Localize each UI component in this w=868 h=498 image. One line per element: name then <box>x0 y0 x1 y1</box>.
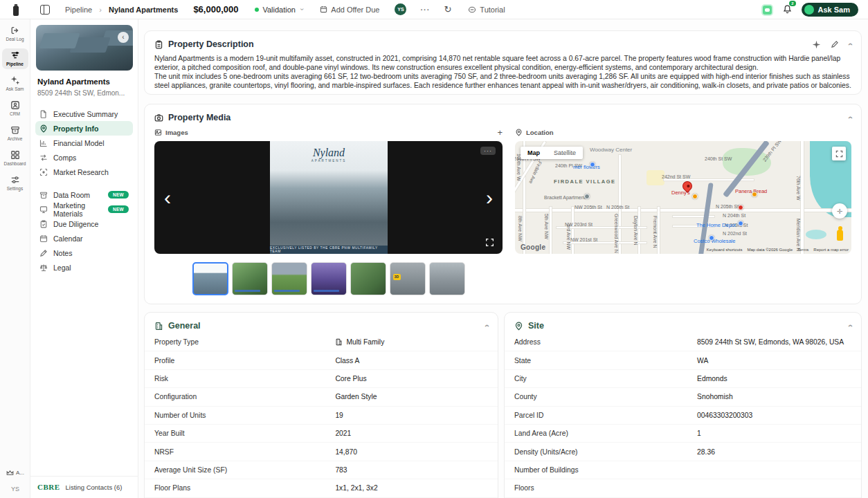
rail-item-settings[interactable]: Settings <box>2 173 28 194</box>
poi-marker[interactable] <box>584 194 590 199</box>
rail-item-ask-sam[interactable]: Ask Sam <box>2 73 28 94</box>
refresh-icon[interactable]: ↻ <box>444 4 451 15</box>
bar-chart-icon <box>39 139 48 147</box>
collapse-section-icon[interactable]: › <box>845 116 855 119</box>
collapse-section-icon[interactable]: › <box>482 324 491 327</box>
breadcrumb-current[interactable]: Nyland Apartments <box>109 6 178 14</box>
map-label: N 202nd St <box>723 231 747 236</box>
table-row: Year Built2021 <box>145 425 498 443</box>
poi-marker[interactable] <box>709 235 714 241</box>
nav-item-calendar[interactable]: Calendar <box>35 231 133 246</box>
thumbnail-5[interactable] <box>350 262 386 295</box>
thumbnail-2[interactable] <box>232 262 268 295</box>
collapse-sidebar-button[interactable]: ‹ <box>118 32 129 43</box>
poi-marker[interactable] <box>590 162 595 167</box>
thumbnail-7[interactable] <box>429 262 465 295</box>
section-title: Property Media <box>168 113 230 122</box>
property-thumbnail[interactable]: ‹ <box>36 25 133 71</box>
report-link[interactable]: Report a map error <box>813 248 849 252</box>
map-poi-label: Costco Wholesale <box>694 238 735 244</box>
calendar-icon <box>320 6 327 13</box>
pegman-icon[interactable] <box>837 230 843 241</box>
deal-price: $6,000,000 <box>193 4 238 15</box>
rail-item-deal-log[interactable]: Deal Log <box>2 24 28 44</box>
nav-item-comps[interactable]: Comps <box>35 150 133 165</box>
add-offer-due-button[interactable]: Add Offer Due <box>320 6 379 14</box>
more-menu-button[interactable]: ··· <box>420 6 430 14</box>
nav-item-legal[interactable]: Legal <box>35 260 133 275</box>
map-label: Greenwood Ave N <box>614 214 619 253</box>
chat-widget-icon[interactable] <box>761 4 773 16</box>
collapse-section-icon[interactable]: › <box>845 43 855 46</box>
poi-marker[interactable] <box>752 192 757 197</box>
status-dot-icon <box>255 8 259 12</box>
nav-item-executive-summary[interactable]: Executive Summary <box>35 107 133 121</box>
listing-contacts-button[interactable]: CBRE Listing Contacts (6) <box>30 476 138 498</box>
collapse-section-icon[interactable]: › <box>845 324 855 327</box>
rail-item-pipeline[interactable]: Pipeline <box>2 48 28 69</box>
ai-sparkle-button[interactable] <box>812 40 821 49</box>
keyboard-shortcuts-link[interactable]: Keyboard shortcuts <box>707 248 743 252</box>
map-pan-control[interactable]: ✛ <box>832 203 847 219</box>
thumbnail-6[interactable]: 3D <box>390 262 426 295</box>
poi-marker[interactable] <box>738 205 743 210</box>
settings-icon <box>10 175 20 185</box>
table-row: Number of Units19 <box>145 407 498 425</box>
google-map[interactable]: Woodway Center 244th Pl SW 240th Pl SW m… <box>515 141 851 254</box>
property-sidebar: ‹ Nyland Apartments 8509 244th St SW, Ed… <box>30 19 138 498</box>
map-label: Dayton Ave N <box>633 216 638 246</box>
thumbnail-3[interactable] <box>271 262 307 295</box>
poi-marker[interactable] <box>738 221 743 226</box>
map-pin-icon <box>39 124 48 133</box>
edit-pencil-button[interactable] <box>831 40 839 48</box>
map-label: Brackett Apartments <box>544 195 588 200</box>
user-avatar[interactable]: YS <box>11 486 19 492</box>
map-view-button[interactable]: Map <box>521 147 547 159</box>
carousel-next-button[interactable]: › <box>486 187 493 208</box>
thumbnail-1-selected[interactable] <box>192 262 228 295</box>
terms-link[interactable]: Terms <box>797 248 808 252</box>
map-type-toggle: Map Satellite <box>521 147 583 159</box>
ask-sam-button[interactable]: Ask Sam <box>802 3 858 17</box>
description-icon <box>154 40 163 49</box>
nav-item-data-room[interactable]: Data Room NEW <box>35 187 133 202</box>
carousel-more-button[interactable]: ··· <box>480 147 496 155</box>
thumbnail-strip: 3D <box>154 262 503 295</box>
image-carousel: Nyland APARTMENTS EXCLUSIVELY LISTED BY … <box>154 141 503 254</box>
map-label: N 205th St <box>716 204 739 209</box>
nav-item-market-research[interactable]: Market Research <box>35 165 133 179</box>
map-label: N 204th St <box>723 213 745 218</box>
nav-item-notes[interactable]: Notes <box>35 246 133 260</box>
status-dropdown[interactable]: Validation › <box>255 6 303 14</box>
table-row: Floors <box>505 479 861 497</box>
cbre-logo: CBRE <box>37 483 60 491</box>
sidebar-toggle-icon[interactable] <box>40 5 50 15</box>
assignee-avatar[interactable]: YS <box>395 3 406 15</box>
rail-item-dashboard[interactable]: Dashboard <box>2 148 28 169</box>
breadcrumb-root[interactable]: Pipeline <box>65 6 92 14</box>
account-plan-button[interactable]: A... <box>6 470 24 476</box>
thumbnail-4[interactable] <box>311 262 347 295</box>
nav-item-marketing-materials[interactable]: Marketing Materials NEW <box>35 202 133 216</box>
sparkles-icon <box>10 75 20 85</box>
nav-item-financial-model[interactable]: Financial Model <box>35 136 133 150</box>
map-label: 76th Ave W <box>796 176 801 201</box>
tutorial-button[interactable]: Tutorial <box>468 6 505 14</box>
carousel-fullscreen-button[interactable] <box>485 238 494 247</box>
satellite-view-button[interactable]: Satellite <box>547 147 583 159</box>
rail-item-crm[interactable]: CRM <box>2 98 28 119</box>
map-attribution: Keyboard shortcuts Map data ©2026 Google… <box>707 248 849 252</box>
radar-icon <box>39 168 48 176</box>
map-fullscreen-button[interactable] <box>832 147 846 160</box>
notifications-button[interactable]: 2 <box>783 4 792 15</box>
nav-item-property-info[interactable]: Property Info <box>35 121 133 136</box>
rail-item-archive[interactable]: Archive <box>2 123 28 144</box>
compare-icon <box>39 154 48 162</box>
general-card: General › Property Type Multi Family Pro… <box>144 312 498 498</box>
nav-item-due-diligence[interactable]: Due Diligence <box>35 216 133 231</box>
add-image-button[interactable]: + <box>497 127 503 138</box>
map-label: Meridian Ave N <box>796 219 801 251</box>
poi-marker[interactable] <box>692 194 698 199</box>
building-icon <box>154 322 163 331</box>
carousel-prev-button[interactable]: ‹ <box>164 187 171 208</box>
